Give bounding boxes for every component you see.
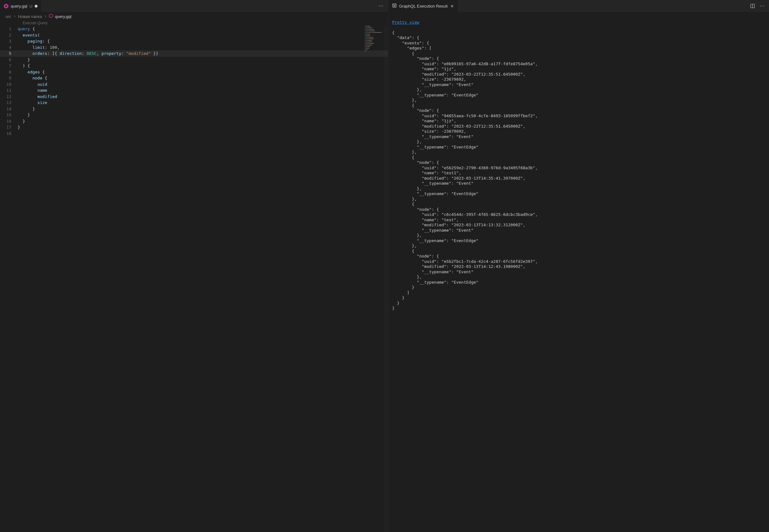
code-line[interactable]: 13 size <box>0 100 388 106</box>
line-number: 7 <box>0 63 18 69</box>
code-content: } <box>18 124 20 130</box>
svg-point-8 <box>382 6 383 7</box>
svg-point-6 <box>379 6 380 7</box>
svg-point-2 <box>8 7 8 7</box>
code-line[interactable]: 11 name <box>0 87 388 94</box>
code-line[interactable]: 6 } <box>0 57 388 63</box>
result-json-text: { "data": { "events": { "edges": [ { "no… <box>392 30 538 311</box>
code-content: } <box>18 112 30 118</box>
result-tab-actions <box>750 3 766 9</box>
code-line[interactable]: 8 edges { <box>0 69 388 75</box>
code-content: } <box>18 57 30 63</box>
code-line[interactable]: 7 ) { <box>0 63 388 69</box>
code-content: node { <box>18 75 47 81</box>
line-number: 5 <box>0 50 18 57</box>
tab-filename: query.gql <box>11 4 27 9</box>
code-line[interactable]: 10 uuid <box>0 81 388 88</box>
line-number: 16 <box>0 118 18 124</box>
code-line[interactable]: 16 } <box>0 118 388 124</box>
svg-point-23 <box>763 6 764 7</box>
code-content: edges { <box>18 69 45 75</box>
code-editor[interactable]: 1query {2 events(3 paging: {4 limit: 100… <box>0 26 388 532</box>
tab-graphql-result[interactable]: GraphQL Execution Result <box>388 0 458 12</box>
editor-tab-actions <box>379 3 385 9</box>
scrollbar[interactable] <box>384 26 388 532</box>
svg-point-1 <box>8 5 8 5</box>
breadcrumb[interactable]: src Новая папка query.gql <box>0 12 388 20</box>
breadcrumb-segment[interactable]: Новая папка <box>18 14 42 19</box>
split-layout: query.gql U src Новая папка query.gql <box>0 0 769 532</box>
tab-title: GraphQL Execution Result <box>399 4 448 9</box>
line-number: 15 <box>0 112 18 118</box>
line-number: 4 <box>0 44 18 51</box>
code-content: limit: 100, <box>18 44 60 51</box>
svg-point-10 <box>52 14 53 15</box>
svg-rect-15 <box>393 4 396 7</box>
line-number: 1 <box>0 26 18 32</box>
code-line[interactable]: 14 } <box>0 106 388 112</box>
preview-icon <box>392 3 397 9</box>
line-number: 18 <box>0 130 18 137</box>
line-number: 3 <box>0 38 18 44</box>
code-content: } <box>18 106 35 112</box>
code-content: events( <box>18 32 40 38</box>
split-editor-icon[interactable] <box>750 3 755 9</box>
code-line[interactable]: 18 <box>0 130 388 137</box>
graphql-icon <box>4 4 9 9</box>
tab-query-gql[interactable]: query.gql U <box>0 0 42 12</box>
code-content: size <box>18 100 47 106</box>
close-icon[interactable] <box>450 4 454 8</box>
code-line[interactable]: 17} <box>0 124 388 130</box>
line-number: 8 <box>0 69 18 75</box>
dirty-indicator-icon <box>35 5 38 8</box>
code-content: query { <box>18 26 35 32</box>
editor-pane: query.gql U src Новая папка query.gql <box>0 0 388 532</box>
graphql-icon <box>49 14 53 19</box>
svg-point-22 <box>762 6 763 7</box>
code-line[interactable]: 9 node { <box>0 75 388 81</box>
code-content: modified <box>18 94 57 100</box>
line-number: 11 <box>0 87 18 94</box>
code-content: paging: { <box>18 38 50 44</box>
code-content: orders: [{ direction: DESC, property: "m… <box>18 50 158 57</box>
tab-vcs-status: U <box>30 4 32 9</box>
breadcrumb-segment[interactable]: src <box>6 14 11 19</box>
line-number: 17 <box>0 124 18 130</box>
chevron-right-icon <box>13 15 16 18</box>
svg-point-14 <box>49 14 49 15</box>
pretty-view-link[interactable]: Pretty view <box>392 20 419 25</box>
result-pane: GraphQL Execution Result Pretty view { "… <box>388 0 769 532</box>
breadcrumb-file[interactable]: query.gql <box>49 14 72 19</box>
code-content: ) { <box>18 63 30 69</box>
svg-point-21 <box>760 6 761 7</box>
code-line[interactable]: 3 paging: { <box>0 38 388 44</box>
code-line[interactable]: 15 } <box>0 112 388 118</box>
line-number: 12 <box>0 94 18 100</box>
svg-point-13 <box>49 16 49 17</box>
code-content: } <box>18 118 25 124</box>
svg-point-11 <box>52 16 53 17</box>
line-number: 2 <box>0 32 18 38</box>
line-number: 14 <box>0 106 18 112</box>
code-line[interactable]: 2 events( <box>0 32 388 38</box>
editor-tab-bar: query.gql U <box>0 0 388 12</box>
more-actions-icon[interactable] <box>760 3 765 9</box>
breadcrumb-file-label: query.gql <box>55 14 72 19</box>
chevron-right-icon <box>44 15 47 18</box>
more-actions-icon[interactable] <box>379 3 384 9</box>
svg-point-7 <box>381 6 382 7</box>
line-number: 10 <box>0 81 18 88</box>
code-line[interactable]: 5 orders: [{ direction: DESC, property: … <box>0 50 388 57</box>
code-line[interactable]: 4 limit: 100, <box>0 44 388 51</box>
code-line[interactable]: 1query { <box>0 26 388 32</box>
codelens-execute-query[interactable]: Execute Query <box>0 20 388 26</box>
code-content: name <box>18 87 47 94</box>
svg-point-4 <box>4 7 4 7</box>
svg-point-5 <box>4 5 4 5</box>
result-body[interactable]: Pretty view { "data": { "events": { "edg… <box>388 12 769 532</box>
line-number: 6 <box>0 57 18 63</box>
line-number: 13 <box>0 100 18 106</box>
code-content: uuid <box>18 81 47 88</box>
code-line[interactable]: 12 modified <box>0 94 388 100</box>
result-tab-bar: GraphQL Execution Result <box>388 0 769 12</box>
